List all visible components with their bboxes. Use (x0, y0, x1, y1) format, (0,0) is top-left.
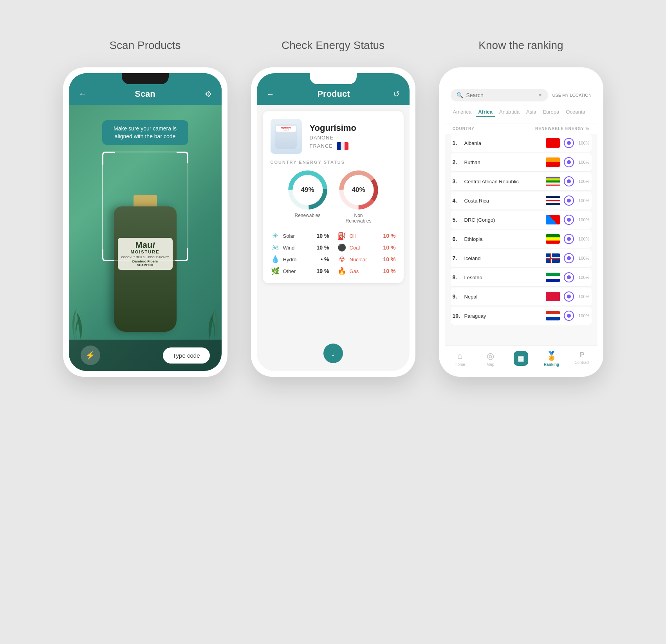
country-costarica: Costa Rica (464, 198, 546, 204)
sections-container: Scan Products ← Scan ⚙ Make sure your ca… (39, 39, 627, 377)
ranking-notch (498, 73, 545, 84)
product-header-title: Product (317, 89, 350, 99)
ranking-row-nepal: 9. Nepal 100% (451, 288, 592, 306)
ranking-phone-inner: 🔍 ▼ USE MY LOCATION América Africa Antár… (445, 73, 597, 371)
hydro-name: Hydro (283, 257, 318, 262)
yogurt-type-small: natural (277, 129, 295, 131)
country-albania: Albania (464, 140, 546, 146)
tab-asia[interactable]: Asia (524, 107, 538, 117)
plant-right-decoration (190, 293, 222, 340)
solar-item: ☀ Solar 10 % (271, 232, 329, 240)
product-card: Yogurísimo natural Yogurísimo DANONE (263, 111, 404, 283)
region-tabs: América Africa Antártida Asia Europa Oce… (451, 105, 592, 119)
gas-pct: 10 % (383, 268, 396, 274)
nuclear-item: ☢ Nuclear 10 % (337, 255, 396, 264)
svg-rect-15 (546, 292, 560, 301)
medal-nepal (564, 291, 574, 302)
pct-costarica: 100% (576, 198, 590, 203)
search-box[interactable]: 🔍 ▼ (451, 89, 549, 101)
other-icon: 🌿 (271, 267, 280, 275)
product-back-icon[interactable]: ← (267, 90, 274, 99)
download-button[interactable]: ↓ (323, 344, 343, 363)
product-top-row: Yogurísimo natural Yogurísimo DANONE (271, 119, 396, 154)
flash-button[interactable]: ⚡ (81, 346, 100, 365)
pct-paraguay: 100% (576, 313, 590, 318)
type-code-button[interactable]: Type code (163, 347, 209, 364)
search-chevron-icon: ▼ (538, 92, 543, 98)
non-renewables-pct-center: 40% (352, 186, 365, 194)
product-section: Check Energy Status ← Product ↺ (251, 39, 415, 377)
tab-europa[interactable]: Europa (540, 107, 561, 117)
scan-back-icon[interactable]: ← (79, 89, 87, 99)
product-history-icon[interactable]: ↺ (393, 89, 400, 99)
country-car: Central African Republic (464, 179, 546, 185)
product-screen: ← Product ↺ Yogurísimo natural (257, 73, 410, 371)
energy-section-title: COUNTRY ENERGY STATUS (271, 160, 396, 165)
nav-home[interactable]: ⌂ Home (445, 349, 475, 369)
search-row: 🔍 ▼ USE MY LOCATION (451, 89, 592, 101)
country-col-header: COUNTRY (453, 127, 475, 131)
oil-icon: ⛽ (337, 232, 347, 240)
ranking-section: Know the ranking 🔍 ▼ USE MY (439, 39, 603, 377)
ranking-row-paraguay: 10. Paraguay 100% (451, 307, 592, 325)
flag-albania (546, 138, 560, 148)
flag-costarica (546, 196, 560, 205)
search-input[interactable] (466, 92, 535, 98)
wind-icon: 🌬 (271, 244, 280, 252)
medal-lesotho (564, 272, 574, 282)
ranking-row-costarica: 4. Costa Rica 100% (451, 192, 592, 210)
pct-buthan: 100% (576, 160, 590, 165)
coal-item: ⚫ Coal 10 % (337, 243, 396, 252)
scan-gear-icon[interactable]: ⚙ (205, 89, 212, 99)
rank-2: 2. (453, 159, 464, 165)
medal-buthan (564, 157, 574, 167)
nav-ranking[interactable]: 🏅 Ranking (536, 349, 567, 369)
scan-section: Scan Products ← Scan ⚙ Make sure your ca… (63, 39, 227, 377)
product-phone-inner: ← Product ↺ Yogurísimo natural (257, 73, 410, 371)
solar-icon: ☀ (271, 232, 280, 240)
solar-pct: 10 % (317, 233, 329, 239)
product-info: Yogurísimo DANONE FRANCE (310, 123, 396, 150)
plant-left-decoration (69, 293, 100, 340)
wind-pct: 10 % (317, 244, 329, 251)
medal-iceland (564, 253, 574, 263)
pct-nepal: 100% (576, 294, 590, 299)
ranking-section-title: Know the ranking (478, 39, 563, 52)
scan-phone-inner: ← Scan ⚙ Make sure your camera is aligne… (69, 73, 222, 371)
nav-contract[interactable]: P Contract (567, 349, 597, 369)
country-nepal: Nepal (464, 294, 546, 300)
renewables-chart: 49% Renewables (288, 170, 327, 224)
scan-instruction-text: Make sure your camera is aligned with th… (110, 125, 180, 140)
solar-name: Solar (283, 233, 314, 239)
country-lesotho: Lesotho (464, 275, 546, 280)
nav-scan[interactable]: ▦ (506, 349, 536, 369)
renewables-donut: 49% (288, 170, 327, 210)
tab-antartida[interactable]: Antártida (497, 107, 522, 117)
use-location-button[interactable]: USE MY LOCATION (552, 93, 591, 98)
ranking-icon: 🏅 (546, 351, 557, 361)
ranking-phone: 🔍 ▼ USE MY LOCATION América Africa Antár… (439, 67, 603, 377)
nav-map[interactable]: ◎ Map (475, 349, 506, 369)
renewables-pct-center: 49% (301, 186, 314, 194)
other-name: Other (283, 268, 314, 274)
oil-pct: 10 % (383, 233, 396, 239)
non-renewables-donut: 40% (339, 170, 378, 210)
oil-item: ⛽ Oil 10 % (337, 232, 396, 240)
search-icon: 🔍 (457, 92, 463, 98)
pct-ethiopia: 100% (576, 237, 590, 241)
medal-paraguay (564, 311, 574, 321)
scan-nav-icon: ▦ (514, 351, 528, 366)
contract-icon: P (579, 351, 584, 359)
country-buthan: Buthan (464, 159, 546, 165)
product-section-title: Check Energy Status (282, 39, 384, 52)
tab-america[interactable]: América (451, 107, 474, 117)
nav-map-label: Map (487, 362, 494, 367)
product-country-name: FRANCE (310, 143, 333, 149)
gas-name: Gas (350, 268, 380, 274)
pct-iceland: 100% (576, 256, 590, 260)
renewables-label: Renewables (294, 213, 320, 218)
tab-africa[interactable]: Africa (476, 107, 495, 117)
other-pct: 19 % (317, 268, 329, 274)
tab-oceania[interactable]: Oceanía (563, 107, 587, 117)
country-drc: DRC (Congo) (464, 217, 546, 223)
